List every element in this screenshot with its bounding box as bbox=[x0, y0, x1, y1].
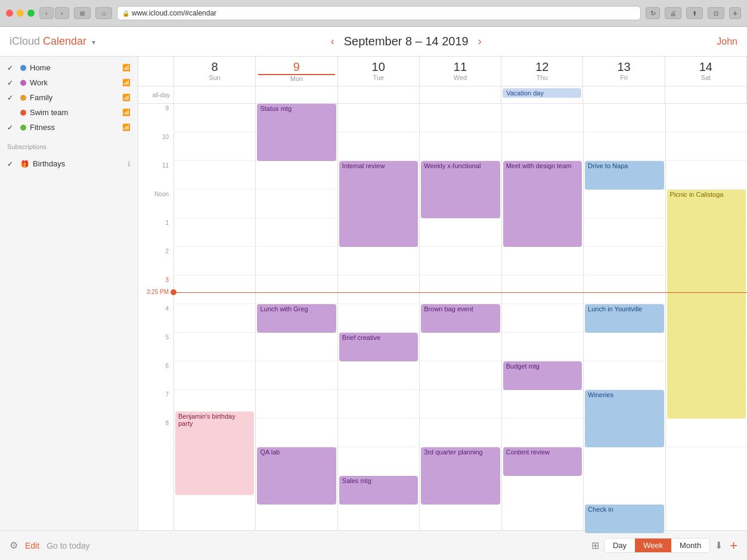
event-lunch-greg[interactable]: Lunch with Greg bbox=[257, 304, 336, 333]
day-col-fri: Drive to Napa Lunch in Yountville Wineri… bbox=[584, 104, 665, 560]
next-week-button[interactable]: › bbox=[476, 33, 484, 50]
event-budget-mtg[interactable]: Budget mtg bbox=[503, 361, 582, 390]
maximize-button[interactable] bbox=[27, 10, 35, 17]
close-button[interactable] bbox=[6, 10, 13, 17]
grid-view-icon[interactable]: ⊞ bbox=[591, 540, 599, 551]
event-weekly-xfunc[interactable]: Weekly x-functional bbox=[421, 161, 500, 218]
date-nav: ‹ September 8 – 14 2019 › bbox=[328, 33, 484, 50]
allday-cell-sat bbox=[665, 86, 747, 103]
add-event-button[interactable]: + bbox=[730, 538, 737, 553]
event-internal-review[interactable]: Internal review bbox=[339, 161, 418, 247]
go-today-button[interactable]: Go to today bbox=[47, 541, 584, 550]
event-meet-design[interactable]: Meet with design team bbox=[503, 161, 582, 247]
wifi-work: 📶 bbox=[122, 79, 131, 86]
label-family: Family bbox=[30, 93, 119, 102]
info-icon[interactable]: ℹ bbox=[128, 160, 131, 168]
label-fitness: Fitness bbox=[30, 123, 119, 132]
forward-button[interactable]: › bbox=[55, 7, 69, 19]
label-work: Work bbox=[30, 78, 119, 87]
calendars-section: ✓ Home 📶 ✓ Work 📶 ✓ Family bbox=[0, 57, 138, 138]
event-picnic-calistoga[interactable]: Picnic in Calistoga bbox=[667, 190, 746, 419]
event-wineries[interactable]: Wineries bbox=[585, 390, 664, 447]
event-qa-lab[interactable]: QA lab bbox=[257, 447, 336, 505]
day-header-mon: 9 Mon bbox=[256, 57, 337, 86]
time-7: 7 bbox=[138, 390, 173, 419]
minimize-button[interactable] bbox=[17, 10, 24, 17]
allday-cell-tue bbox=[338, 86, 420, 103]
event-sales-mtg[interactable]: Sales mtg bbox=[339, 476, 418, 505]
event-benjamins-birthday[interactable]: Benjamin's birthday party bbox=[175, 412, 254, 495]
view-week-button[interactable]: Week bbox=[635, 539, 671, 552]
dot-work bbox=[20, 80, 26, 86]
user-name: John bbox=[717, 36, 737, 47]
time-gutter: 9 10 11 Noon 1 2 3 4 5 6 7 8 bbox=[138, 104, 174, 560]
sidebar-item-work[interactable]: ✓ Work 📶 bbox=[0, 75, 138, 90]
day-num-fri: 13 bbox=[585, 60, 662, 74]
event-brief-creative[interactable]: Brief creative bbox=[339, 333, 418, 361]
day-headers: 8 Sun 9 Mon 10 Tue 11 Wed bbox=[138, 57, 747, 86]
prev-week-button[interactable]: ‹ bbox=[328, 33, 337, 50]
event-vacation-day[interactable]: Vacation day bbox=[503, 88, 581, 98]
allday-row: all-day Vacation day bbox=[138, 86, 747, 104]
event-status-mtg[interactable]: Status mtg bbox=[257, 104, 336, 161]
time-8: 8 bbox=[138, 419, 173, 447]
sidebar-item-swim[interactable]: ✓ Swim team 📶 bbox=[0, 105, 138, 120]
day-col-sun: Benjamin's birthday party bbox=[174, 104, 256, 560]
new-tab-button[interactable]: + bbox=[729, 7, 741, 19]
day-name-wed: Wed bbox=[422, 74, 498, 81]
time-10: 10 bbox=[138, 132, 173, 161]
day-num-sun: 8 bbox=[176, 60, 253, 74]
sidebar: ✓ Home 📶 ✓ Work 📶 ✓ Family bbox=[0, 57, 138, 560]
time-9: 9 bbox=[138, 104, 173, 132]
day-name-mon: Mon bbox=[258, 75, 334, 82]
home-button[interactable]: ⌂ bbox=[95, 7, 112, 19]
sidebar-item-fitness[interactable]: ✓ Fitness 📶 bbox=[0, 120, 138, 135]
traffic-lights bbox=[6, 10, 35, 17]
check-home: ✓ bbox=[7, 64, 17, 72]
allday-cells: Vacation day bbox=[174, 86, 747, 103]
event-check-in[interactable]: Check in bbox=[585, 505, 664, 533]
bottom-bar: ⚙ Edit Go to today ⊞ Day Week Month ⬇ + bbox=[0, 530, 747, 560]
download-icon[interactable]: ⬇ bbox=[715, 540, 723, 551]
time-4: 4 bbox=[138, 304, 173, 333]
settings-button[interactable]: ⚙ bbox=[10, 540, 18, 551]
event-3rd-quarter[interactable]: 3rd quarter planning bbox=[421, 447, 500, 505]
day-header-wed: 11 Wed bbox=[420, 57, 501, 86]
dot-home bbox=[20, 65, 26, 71]
label-home: Home bbox=[30, 63, 119, 72]
subscriptions-section: ✓ 🎁 Birthdays ℹ bbox=[0, 153, 138, 175]
nav-buttons: ‹ › bbox=[39, 7, 69, 19]
window-size-button[interactable]: ⊡ bbox=[708, 7, 724, 19]
day-name-fri: Fri bbox=[585, 74, 662, 81]
back-button[interactable]: ‹ bbox=[39, 7, 54, 19]
share-button[interactable]: ⬆ bbox=[686, 7, 703, 19]
day-num-mon: 9 bbox=[258, 60, 334, 75]
reload-button[interactable]: ↻ bbox=[646, 7, 660, 19]
print-button[interactable]: 🖨 bbox=[665, 7, 681, 19]
time-gutter-header bbox=[138, 57, 174, 86]
edit-button[interactable]: Edit bbox=[25, 541, 39, 550]
browser-chrome: ‹ › ⊞ ⌂ 🔒 www.icloud.com/#calendar ↻ 🖨 ⬆… bbox=[0, 0, 747, 27]
day-num-tue: 10 bbox=[340, 60, 417, 74]
main-layout: ✓ Home 📶 ✓ Work 📶 ✓ Family bbox=[0, 57, 747, 560]
view-month-button[interactable]: Month bbox=[671, 539, 709, 552]
dot-family bbox=[20, 95, 26, 101]
current-time-dot bbox=[171, 289, 176, 295]
sidebar-item-family[interactable]: ✓ Family 📶 bbox=[0, 90, 138, 105]
time-noon: Noon bbox=[138, 190, 173, 218]
date-range-label: September 8 – 14 2019 bbox=[344, 35, 469, 48]
address-bar[interactable]: 🔒 www.icloud.com/#calendar bbox=[117, 6, 641, 20]
allday-cell-wed bbox=[420, 86, 501, 103]
day-header-thu: 12 Thu bbox=[501, 57, 583, 86]
event-drive-napa[interactable]: Drive to Napa bbox=[585, 161, 664, 190]
wifi-fitness: 📶 bbox=[122, 123, 131, 131]
sidebar-item-birthdays[interactable]: ✓ 🎁 Birthdays ℹ bbox=[0, 156, 138, 171]
view-day-button[interactable]: Day bbox=[605, 539, 635, 552]
event-content-review[interactable]: Content review bbox=[503, 447, 582, 476]
tab-button[interactable]: ⊞ bbox=[74, 7, 91, 19]
sidebar-item-home[interactable]: ✓ Home 📶 bbox=[0, 60, 138, 75]
event-brown-bag[interactable]: Brown bag event bbox=[421, 304, 500, 333]
event-lunch-yountville[interactable]: Lunch in Yountville bbox=[585, 304, 664, 333]
dropdown-icon[interactable]: ▾ bbox=[92, 38, 95, 47]
current-time-label: 3:25 PM bbox=[138, 289, 173, 295]
